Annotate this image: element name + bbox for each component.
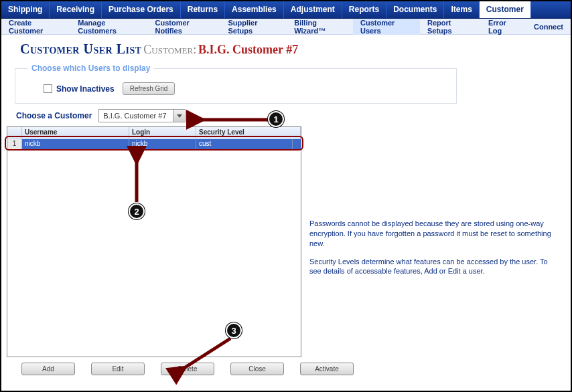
customer-picker-label: Choose a Customer [16,111,92,120]
customer-dropdown-value: B.I.G. Customer #7 [99,110,173,122]
col-login[interactable]: Login [129,127,196,139]
subnav-customer-notifies[interactable]: Customer Notifies [147,19,220,35]
filter-fieldset: Choose which Users to display Show Inact… [15,64,457,104]
row-number: 1 [7,139,22,150]
user-grid: Username Login Security Level 1 nickb ni… [7,126,301,357]
activate-button[interactable]: Activate [300,363,354,375]
nav-purchase-orders[interactable]: Purchase Orders [102,1,181,18]
filter-legend: Choose which Users to display [27,64,154,73]
page-title: Customer User List Customer: B.I.G. Cust… [1,35,571,61]
info-security-levels: Security Levels determine what features … [309,257,557,277]
close-button[interactable]: Close [230,363,284,375]
col-username[interactable]: Username [22,127,129,139]
table-row[interactable]: 1 nickb nickb cust [7,139,301,150]
grid-header: Username Login Security Level [7,127,301,139]
chevron-down-icon [173,110,185,122]
page-title-label: Customer: [143,43,196,56]
subnav-report-setups[interactable]: Report Setups [420,19,481,35]
action-buttons: Add Edit Delete Close Activate [21,363,571,375]
add-button[interactable]: Add [21,363,75,375]
subnav-manage-customers[interactable]: Manage Customers [70,19,147,35]
annotation-callout-2: 2 [129,203,145,219]
cell-login: nickb [129,139,196,150]
page-title-customer: B.I.G. Customer #7 [198,43,298,56]
subnav-error-log[interactable]: Error Log [481,19,526,35]
nav-adjustment[interactable]: Adjustment [284,1,342,18]
subnav-billing-wizard[interactable]: Billing Wizard™ [287,19,353,35]
nav-shipping[interactable]: Shipping [1,1,50,18]
nav-items[interactable]: Items [444,1,479,18]
edit-button[interactable]: Edit [91,363,145,375]
cell-trailing [293,139,301,150]
nav-customer[interactable]: Customer [480,1,531,18]
delete-button[interactable]: Delete [161,363,214,375]
sub-nav: Create Customer Manage Customers Custome… [1,19,571,35]
main-nav: Shipping Receiving Purchase Orders Retur… [1,1,571,19]
customer-dropdown[interactable]: B.I.G. Customer #7 [98,109,186,122]
page-title-main: Customer User List [20,41,142,56]
subnav-customer-users[interactable]: Customer Users [353,19,420,35]
subnav-create-customer[interactable]: Create Customer [1,19,70,35]
show-inactives-label: Show Inactives [56,84,115,94]
annotation-callout-3: 3 [226,322,242,338]
nav-receiving[interactable]: Receiving [50,1,102,18]
show-inactives-checkbox[interactable]: Show Inactives [44,84,115,94]
checkbox-icon [44,84,52,93]
cell-security: cust [196,139,293,150]
nav-documents[interactable]: Documents [386,1,444,18]
info-passwords: Passwords cannot be displayed because th… [309,219,557,249]
grid-rownum-header [7,127,22,139]
customer-picker-row: Choose a Customer B.I.G. Customer #7 [16,109,571,122]
info-panel: Passwords cannot be displayed because th… [309,219,557,284]
cell-username: nickb [22,139,129,150]
nav-returns[interactable]: Returns [181,1,225,18]
annotation-callout-1: 1 [268,111,284,127]
subnav-connect[interactable]: Connect [526,23,571,31]
nav-reports[interactable]: Reports [342,1,386,18]
nav-assemblies[interactable]: Assemblies [225,1,284,18]
subnav-supplier-setups[interactable]: Supplier Setups [220,19,287,35]
col-security-level[interactable]: Security Level [196,127,301,139]
refresh-grid-button[interactable]: Refresh Grid [123,82,175,95]
